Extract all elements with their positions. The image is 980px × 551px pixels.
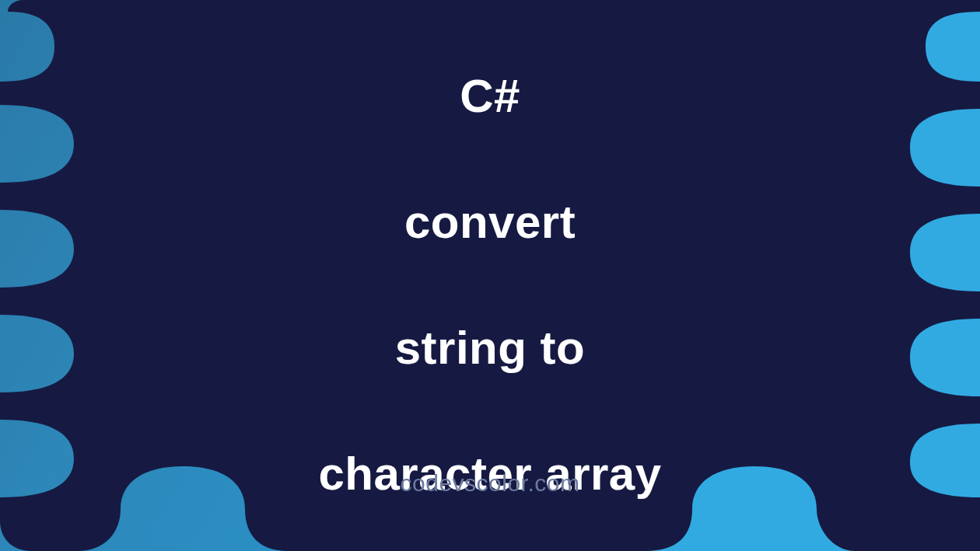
banner-title: C# convert string to character array bbox=[318, 2, 661, 505]
watermark-text: codevscolor.com bbox=[401, 470, 580, 497]
promo-banner: C# convert string to character array cod… bbox=[0, 0, 980, 551]
title-line-1: C# bbox=[460, 70, 520, 122]
title-line-2: convert bbox=[404, 196, 576, 248]
title-line-3: string to bbox=[395, 322, 585, 374]
